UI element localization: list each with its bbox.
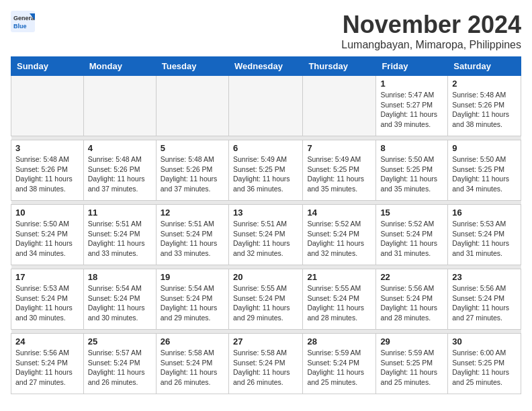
day-number: 5	[161, 143, 224, 153]
calendar-day-cell: 13Sunrise: 5:51 AM Sunset: 5:24 PM Dayli…	[228, 205, 302, 265]
title-section: November 2024 Lumangbayan, Mimaropa, Phi…	[341, 11, 521, 51]
calendar-day-cell: 4Sunrise: 5:48 AM Sunset: 5:26 PM Daylig…	[83, 140, 156, 201]
day-number: 25	[88, 336, 152, 347]
day-number: 14	[307, 208, 371, 218]
day-number: 27	[233, 336, 298, 347]
day-info: Sunrise: 5:53 AM Sunset: 5:24 PM Dayligh…	[452, 219, 517, 259]
calendar-week-row: 1Sunrise: 5:47 AM Sunset: 5:27 PM Daylig…	[11, 76, 521, 136]
day-number: 6	[233, 143, 298, 153]
day-number: 3	[15, 143, 79, 153]
weekday-header-tuesday: Tuesday	[156, 57, 228, 76]
day-number: 24	[15, 336, 79, 347]
weekday-header-saturday: Saturday	[448, 57, 521, 76]
calendar-day-cell: 23Sunrise: 5:56 AM Sunset: 5:24 PM Dayli…	[448, 269, 521, 330]
day-number: 21	[307, 272, 371, 282]
weekday-header-monday: Monday	[83, 57, 156, 76]
weekday-header-wednesday: Wednesday	[228, 57, 302, 76]
calendar-day-cell: 22Sunrise: 5:56 AM Sunset: 5:24 PM Dayli…	[376, 269, 448, 330]
calendar-day-cell: 28Sunrise: 5:59 AM Sunset: 5:24 PM Dayli…	[303, 334, 376, 394]
day-info: Sunrise: 5:51 AM Sunset: 5:24 PM Dayligh…	[233, 219, 298, 259]
calendar-day-cell: 7Sunrise: 5:49 AM Sunset: 5:25 PM Daylig…	[303, 140, 376, 201]
logo-icon: General Blue	[11, 11, 35, 32]
weekday-header-sunday: Sunday	[11, 57, 84, 76]
day-info: Sunrise: 5:50 AM Sunset: 5:25 PM Dayligh…	[380, 154, 443, 194]
day-number: 28	[307, 336, 371, 347]
calendar-table: SundayMondayTuesdayWednesdayThursdayFrid…	[11, 56, 521, 394]
weekday-header-friday: Friday	[376, 57, 448, 76]
location-title: Lumangbayan, Mimaropa, Philippines	[341, 39, 521, 51]
calendar-day-cell: 25Sunrise: 5:57 AM Sunset: 5:24 PM Dayli…	[83, 334, 156, 394]
day-info: Sunrise: 5:49 AM Sunset: 5:25 PM Dayligh…	[233, 154, 298, 194]
empty-day-cell	[156, 76, 228, 136]
calendar-day-cell: 29Sunrise: 5:59 AM Sunset: 5:25 PM Dayli…	[376, 334, 448, 394]
day-number: 1	[380, 79, 443, 89]
calendar-day-cell: 12Sunrise: 5:51 AM Sunset: 5:24 PM Dayli…	[156, 205, 228, 265]
header: General Blue November 2024 Lumangbayan, …	[11, 11, 521, 51]
day-info: Sunrise: 5:48 AM Sunset: 5:26 PM Dayligh…	[452, 90, 517, 130]
day-info: Sunrise: 5:58 AM Sunset: 5:24 PM Dayligh…	[233, 348, 298, 387]
weekday-header-row: SundayMondayTuesdayWednesdayThursdayFrid…	[11, 57, 521, 76]
day-number: 15	[380, 208, 443, 218]
day-info: Sunrise: 5:48 AM Sunset: 5:26 PM Dayligh…	[88, 154, 152, 194]
calendar-day-cell: 26Sunrise: 5:58 AM Sunset: 5:24 PM Dayli…	[156, 334, 228, 394]
day-number: 4	[88, 143, 152, 153]
day-number: 23	[452, 272, 517, 282]
day-info: Sunrise: 5:54 AM Sunset: 5:24 PM Dayligh…	[161, 283, 224, 323]
calendar-week-row: 3Sunrise: 5:48 AM Sunset: 5:26 PM Daylig…	[11, 140, 521, 201]
day-number: 12	[161, 208, 224, 218]
day-info: Sunrise: 5:52 AM Sunset: 5:24 PM Dayligh…	[380, 219, 443, 259]
day-number: 16	[452, 208, 517, 218]
day-info: Sunrise: 5:56 AM Sunset: 5:24 PM Dayligh…	[452, 283, 517, 323]
calendar-day-cell: 9Sunrise: 5:50 AM Sunset: 5:25 PM Daylig…	[448, 140, 521, 201]
calendar-day-cell: 10Sunrise: 5:50 AM Sunset: 5:24 PM Dayli…	[11, 205, 84, 265]
calendar-day-cell: 18Sunrise: 5:54 AM Sunset: 5:24 PM Dayli…	[83, 269, 156, 330]
day-info: Sunrise: 5:51 AM Sunset: 5:24 PM Dayligh…	[88, 219, 152, 259]
calendar-day-cell: 2Sunrise: 5:48 AM Sunset: 5:26 PM Daylig…	[448, 76, 521, 136]
calendar-day-cell: 14Sunrise: 5:52 AM Sunset: 5:24 PM Dayli…	[303, 205, 376, 265]
calendar-week-row: 17Sunrise: 5:53 AM Sunset: 5:24 PM Dayli…	[11, 269, 521, 330]
day-info: Sunrise: 5:53 AM Sunset: 5:24 PM Dayligh…	[15, 283, 79, 323]
logo: General Blue	[11, 11, 35, 32]
calendar-day-cell: 19Sunrise: 5:54 AM Sunset: 5:24 PM Dayli…	[156, 269, 228, 330]
day-info: Sunrise: 5:59 AM Sunset: 5:25 PM Dayligh…	[380, 348, 443, 387]
calendar-day-cell: 27Sunrise: 5:58 AM Sunset: 5:24 PM Dayli…	[228, 334, 302, 394]
day-info: Sunrise: 5:47 AM Sunset: 5:27 PM Dayligh…	[380, 90, 443, 130]
empty-day-cell	[228, 76, 302, 136]
empty-day-cell	[11, 76, 84, 136]
calendar-week-row: 24Sunrise: 5:56 AM Sunset: 5:24 PM Dayli…	[11, 334, 521, 394]
day-number: 2	[452, 79, 517, 89]
day-info: Sunrise: 5:50 AM Sunset: 5:25 PM Dayligh…	[452, 154, 517, 194]
day-number: 22	[380, 272, 443, 282]
day-info: Sunrise: 5:49 AM Sunset: 5:25 PM Dayligh…	[307, 154, 371, 194]
day-info: Sunrise: 5:52 AM Sunset: 5:24 PM Dayligh…	[307, 219, 371, 259]
day-info: Sunrise: 5:48 AM Sunset: 5:26 PM Dayligh…	[161, 154, 224, 194]
calendar-day-cell: 17Sunrise: 5:53 AM Sunset: 5:24 PM Dayli…	[11, 269, 84, 330]
calendar-day-cell: 6Sunrise: 5:49 AM Sunset: 5:25 PM Daylig…	[228, 140, 302, 201]
day-info: Sunrise: 5:50 AM Sunset: 5:24 PM Dayligh…	[15, 219, 79, 259]
day-info: Sunrise: 5:56 AM Sunset: 5:24 PM Dayligh…	[15, 348, 79, 387]
empty-day-cell	[303, 76, 376, 136]
calendar-day-cell: 24Sunrise: 5:56 AM Sunset: 5:24 PM Dayli…	[11, 334, 84, 394]
day-info: Sunrise: 5:56 AM Sunset: 5:24 PM Dayligh…	[380, 283, 443, 323]
day-info: Sunrise: 6:00 AM Sunset: 5:25 PM Dayligh…	[452, 348, 517, 387]
day-number: 20	[233, 272, 298, 282]
day-number: 19	[161, 272, 224, 282]
day-number: 7	[307, 143, 371, 153]
day-number: 11	[88, 208, 152, 218]
day-number: 10	[15, 208, 79, 218]
day-number: 9	[452, 143, 517, 153]
day-info: Sunrise: 5:54 AM Sunset: 5:24 PM Dayligh…	[88, 283, 152, 323]
day-number: 13	[233, 208, 298, 218]
calendar-day-cell: 16Sunrise: 5:53 AM Sunset: 5:24 PM Dayli…	[448, 205, 521, 265]
day-info: Sunrise: 5:55 AM Sunset: 5:24 PM Dayligh…	[307, 283, 371, 323]
calendar-day-cell: 21Sunrise: 5:55 AM Sunset: 5:24 PM Dayli…	[303, 269, 376, 330]
weekday-header-thursday: Thursday	[303, 57, 376, 76]
day-number: 18	[88, 272, 152, 282]
calendar-day-cell: 11Sunrise: 5:51 AM Sunset: 5:24 PM Dayli…	[83, 205, 156, 265]
calendar-day-cell: 8Sunrise: 5:50 AM Sunset: 5:25 PM Daylig…	[376, 140, 448, 201]
day-info: Sunrise: 5:51 AM Sunset: 5:24 PM Dayligh…	[161, 219, 224, 259]
empty-day-cell	[83, 76, 156, 136]
day-number: 30	[452, 336, 517, 347]
day-info: Sunrise: 5:48 AM Sunset: 5:26 PM Dayligh…	[15, 154, 79, 194]
day-number: 26	[161, 336, 224, 347]
